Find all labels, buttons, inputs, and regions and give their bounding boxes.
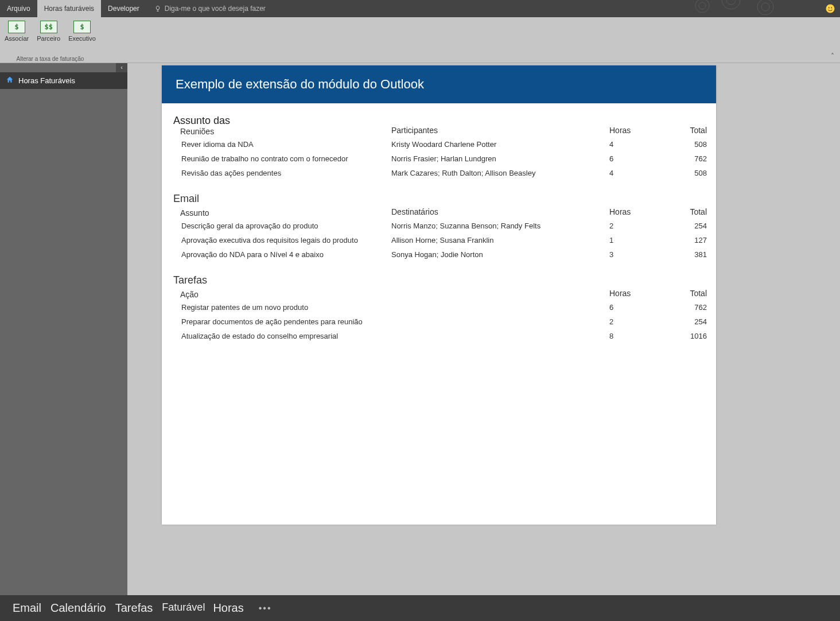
ribbon-button-label: Executivo (68, 35, 96, 42)
tasks-table: Ação Horas Total Registar patentes de um… (173, 289, 705, 343)
home-icon (6, 76, 14, 86)
table-cell: Allison Horne; Susana Franklin (391, 233, 604, 247)
nav-horas-label: Horas (211, 601, 246, 615)
table-cell: 3 (609, 247, 644, 262)
table-cell: Norris Frasier; Harlan Lundgren (391, 152, 604, 166)
tab-developer[interactable]: Developer (101, 0, 146, 17)
table-cell: Norris Manzo; Suzanna Benson; Randy Felt… (391, 219, 604, 233)
svg-point-2 (722, 0, 740, 9)
title-bar: Arquivo Horas faturáveis Developer Diga-… (0, 0, 840, 17)
table-cell (391, 300, 604, 315)
column-header-hours: Horas (609, 207, 644, 219)
svg-point-3 (726, 0, 736, 5)
title-decoration (685, 0, 800, 19)
table-cell: 4 (609, 166, 644, 180)
table-cell: Rever idioma da NDA (173, 137, 386, 152)
ribbon: $ Associar $$ Parceiro $ Executivo Alter… (0, 17, 840, 63)
table-cell: Revisão das ações pendentes (173, 166, 386, 180)
nav-faturavel-label: Faturável (160, 601, 207, 615)
table-cell: Mark Cazares; Ruth Dalton; Allison Beasl… (391, 166, 604, 180)
table-cell: 762 (650, 152, 707, 166)
meetings-table: Reuniões Participantes Horas Total Rever… (173, 126, 705, 180)
ribbon-button-associar[interactable]: $ Associar (5, 21, 29, 42)
table-cell: 2 (609, 315, 644, 329)
svg-point-4 (757, 0, 773, 15)
tab-horas-faturaveis[interactable]: Horas faturáveis (37, 0, 101, 17)
nav-overflow-icon[interactable]: ••• (259, 603, 272, 614)
column-header-recipients: Destinatários (391, 207, 604, 219)
section-super-heading: Assunto das (173, 115, 705, 127)
ribbon-button-label: Associar (5, 35, 29, 42)
main-panel: Exemplo de extensão do módulo do Outlook… (127, 63, 840, 595)
table-cell: 2 (609, 219, 644, 233)
sidebar: ‹ Horas Faturáveis (0, 63, 127, 595)
table-cell: Preparar documentos de ação pendentes pa… (173, 315, 386, 329)
column-header-total: Total (650, 289, 707, 300)
ribbon-group-label: Alterar a taxa de faturação (17, 56, 84, 63)
svg-point-8 (831, 7, 832, 9)
table-cell: 1 (609, 233, 644, 247)
table-cell: Aprovação do NDA para o Nível 4 e abaixo (173, 247, 386, 262)
email-table: Assunto Destinatários Horas Total Descri… (173, 207, 705, 262)
svg-point-1 (699, 2, 706, 9)
svg-point-6 (826, 5, 835, 13)
ribbon-button-parceiro[interactable]: $$ Parceiro (37, 21, 60, 42)
feedback-smiley-icon[interactable] (825, 3, 835, 14)
sidebar-item-horas-faturaveis[interactable]: Horas Faturáveis (0, 72, 127, 89)
table-cell: 254 (650, 219, 707, 233)
table-cell: 508 (650, 166, 707, 180)
tell-me-text: Diga-me o que você deseja fazer (165, 5, 266, 13)
table-cell: 381 (650, 247, 707, 262)
svg-point-0 (695, 0, 709, 13)
nav-faturavel-horas[interactable]: Faturável Horas (160, 601, 246, 615)
table-cell: Aprovação executiva dos requisitos legai… (173, 233, 386, 247)
table-cell: Atualização de estado do conselho empres… (173, 329, 386, 343)
tab-arquivo[interactable]: Arquivo (0, 0, 37, 17)
section-heading-tarefas: Tarefas (173, 274, 705, 286)
table-cell: 508 (650, 137, 707, 152)
nav-tarefas[interactable]: Tarefas (113, 601, 155, 615)
ribbon-button-executivo[interactable]: $ Executivo (68, 21, 96, 42)
ribbon-button-label: Parceiro (37, 35, 60, 42)
ribbon-group-billing-rate: $ Associar $$ Parceiro $ Executivo Alter… (5, 21, 96, 63)
sidebar-collapse-icon[interactable]: ‹ (116, 63, 127, 72)
nav-email[interactable]: Email (10, 601, 44, 615)
lightbulb-icon (154, 5, 161, 12)
page-title: Exemplo de extensão do módulo do Outlook (162, 65, 716, 103)
sidebar-item-label: Horas Faturáveis (18, 76, 75, 85)
document-page: Exemplo de extensão do módulo do Outlook… (162, 65, 716, 525)
section-heading-reunioes: Reuniões (180, 127, 386, 137)
bottom-nav: Email Calendário Tarefas Faturável Horas… (0, 595, 840, 621)
table-cell: Kristy Woodard Charlene Potter (391, 137, 604, 152)
section-heading-email: Email (173, 193, 705, 205)
table-cell: Registar patentes de um novo produto (173, 300, 386, 315)
svg-point-5 (761, 3, 769, 11)
table-cell: 127 (650, 233, 707, 247)
money-icon: $$ (40, 21, 57, 33)
column-header-participants: Participantes (391, 126, 604, 137)
table-cell: 4 (609, 137, 644, 152)
tell-me-search[interactable]: Diga-me o que você deseja fazer (154, 5, 266, 13)
table-cell: 6 (609, 152, 644, 166)
content-area: ‹ Horas Faturáveis Exemplo de extensão d… (0, 63, 840, 595)
table-cell: 8 (609, 329, 644, 343)
column-header-total: Total (650, 207, 707, 219)
table-cell: Sonya Hogan; Jodie Norton (391, 247, 604, 262)
column-header-empty (391, 289, 604, 300)
column-header-subject: Assunto (180, 208, 386, 219)
column-header-action: Ação (180, 290, 386, 300)
column-header-hours: Horas (609, 126, 644, 137)
table-cell: 254 (650, 315, 707, 329)
money-icon: $ (8, 21, 25, 33)
ribbon-collapse-icon[interactable]: ˄ (831, 52, 834, 60)
column-header-total: Total (650, 126, 707, 137)
table-cell: Reunião de trabalho no contrato com o fo… (173, 152, 386, 166)
svg-point-7 (829, 7, 830, 9)
money-icon: $ (73, 21, 91, 33)
nav-calendario[interactable]: Calendário (48, 601, 108, 615)
column-header-hours: Horas (609, 289, 644, 300)
table-cell: Descrição geral da aprovação do produto (173, 219, 386, 233)
table-cell: 1016 (650, 329, 707, 343)
table-cell (391, 315, 604, 329)
table-cell: 762 (650, 300, 707, 315)
